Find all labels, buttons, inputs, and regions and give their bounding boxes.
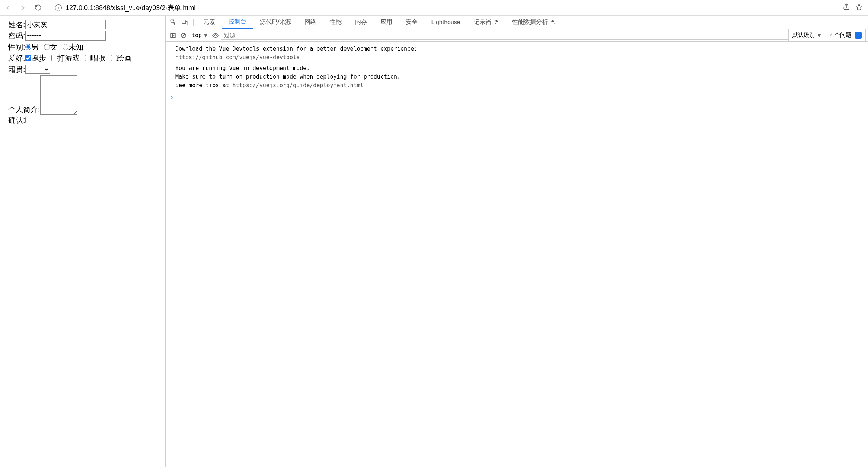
site-info-icon[interactable]: i: [55, 4, 62, 11]
bio-textarea[interactable]: [40, 75, 77, 115]
flask-icon: ⚗: [550, 19, 555, 25]
page-content: 姓名: 密码: 性别: 男 女 未知 爱好: 跑步 打游戏 唱歌 绘画 籍贯: …: [0, 16, 165, 467]
svg-rect-5: [171, 33, 175, 37]
name-label: 姓名:: [8, 19, 25, 30]
console-prompt[interactable]: ›: [166, 92, 868, 101]
tab-lighthouse[interactable]: Lighthouse: [424, 16, 467, 29]
console-filter-input[interactable]: [221, 31, 788, 40]
log-text: See more tips at: [175, 82, 233, 89]
confirm-label: 确认:: [8, 115, 25, 125]
browser-toolbar: i 127.0.0.1:8848/xissl_vue/day03/2-表单.ht…: [0, 0, 868, 16]
star-icon[interactable]: [855, 3, 863, 12]
hobby-label: 爱好:: [8, 53, 25, 63]
gender-female-radio[interactable]: [44, 44, 50, 50]
svg-point-9: [215, 34, 217, 36]
log-link[interactable]: https://github.com/vuejs/vue-devtools: [175, 54, 300, 61]
tab-security[interactable]: 安全: [399, 16, 424, 29]
log-link[interactable]: https://vuejs.org/guide/deployment.html: [233, 82, 364, 89]
gender-label: 性别:: [8, 42, 25, 52]
tab-performance-insights[interactable]: 性能数据分析⚗: [505, 16, 562, 29]
url-text: 127.0.0.1:8848/xissl_vue/day03/2-表单.html: [66, 3, 195, 12]
tab-sources[interactable]: 源代码/来源: [253, 16, 298, 29]
tab-performance[interactable]: 性能: [323, 16, 348, 29]
gender-unknown-radio[interactable]: [63, 44, 68, 50]
url-bar[interactable]: i 127.0.0.1:8848/xissl_vue/day03/2-表单.ht…: [55, 3, 843, 13]
svg-rect-3: [182, 20, 186, 24]
console-output: Download the Vue Devtools extension for …: [166, 42, 868, 467]
clear-console-icon[interactable]: [178, 30, 189, 41]
gender-female-label: 女: [50, 42, 57, 52]
console-log: Download the Vue Devtools extension for …: [166, 45, 868, 62]
password-input[interactable]: [25, 31, 106, 41]
log-level-dropdown[interactable]: 默认级别 ▼: [788, 29, 826, 42]
devtools-tabstrip: 元素 控制台 源代码/来源 网络 性能 内存 应用 安全 Lighthouse …: [166, 16, 868, 29]
hobby-sing-label: 唱歌: [91, 53, 106, 63]
chevron-down-icon: ▼: [204, 32, 207, 39]
gender-male-radio[interactable]: [25, 44, 31, 50]
hometown-select[interactable]: [25, 65, 50, 74]
tab-elements[interactable]: 元素: [197, 16, 222, 29]
inspect-element-icon[interactable]: [168, 17, 179, 28]
name-input[interactable]: [25, 20, 106, 29]
log-text: Download the Vue Devtools extension for …: [166, 45, 868, 53]
separator: [193, 19, 194, 26]
log-text: You are running Vue in development mode.: [166, 64, 868, 73]
hobby-paint-label: 绘画: [117, 53, 132, 63]
hobby-paint-checkbox[interactable]: [111, 55, 117, 61]
password-label: 密码:: [8, 31, 25, 41]
share-icon[interactable]: [843, 3, 850, 12]
devtools-panel: 元素 控制台 源代码/来源 网络 性能 内存 应用 安全 Lighthouse …: [165, 16, 868, 467]
log-text: Make sure to turn on production mode whe…: [166, 73, 868, 81]
live-expression-icon[interactable]: [210, 30, 221, 41]
tab-memory[interactable]: 内存: [348, 16, 374, 29]
hobby-run-label: 跑步: [31, 53, 46, 63]
svg-marker-1: [856, 4, 862, 10]
tab-network[interactable]: 网络: [298, 16, 323, 29]
back-button[interactable]: [3, 3, 13, 13]
issues-button[interactable]: 4 个问题:: [826, 29, 866, 42]
gender-unknown-label: 未知: [68, 42, 83, 52]
tab-recorder[interactable]: 记录器⚗: [467, 16, 505, 29]
device-toolbar-icon[interactable]: [179, 17, 190, 28]
console-log: You are running Vue in development mode.…: [166, 64, 868, 90]
context-selector[interactable]: top ▼: [189, 32, 210, 39]
svg-line-8: [182, 34, 185, 37]
hobby-run-checkbox[interactable]: [25, 55, 31, 61]
flask-icon: ⚗: [494, 19, 499, 25]
svg-rect-4: [185, 21, 187, 25]
hobby-game-checkbox[interactable]: [51, 55, 57, 61]
hometown-label: 籍贯:: [8, 64, 25, 74]
gender-male-label: 男: [31, 42, 39, 52]
issue-badge-icon: [855, 32, 862, 39]
hobby-game-label: 打游戏: [57, 53, 80, 63]
tab-application[interactable]: 应用: [374, 16, 399, 29]
toggle-sidebar-icon[interactable]: [168, 30, 178, 41]
console-toolbar: top ▼ 默认级别 ▼ 4 个问题:: [166, 29, 868, 42]
bio-label: 个人简介:: [8, 105, 40, 114]
hobby-sing-checkbox[interactable]: [85, 55, 91, 61]
chevron-down-icon: ▼: [816, 32, 822, 38]
reload-button[interactable]: [33, 3, 43, 13]
tab-console[interactable]: 控制台: [222, 16, 253, 29]
confirm-checkbox[interactable]: [25, 117, 31, 123]
toolbar-right: [843, 3, 865, 12]
forward-button[interactable]: [18, 3, 28, 13]
